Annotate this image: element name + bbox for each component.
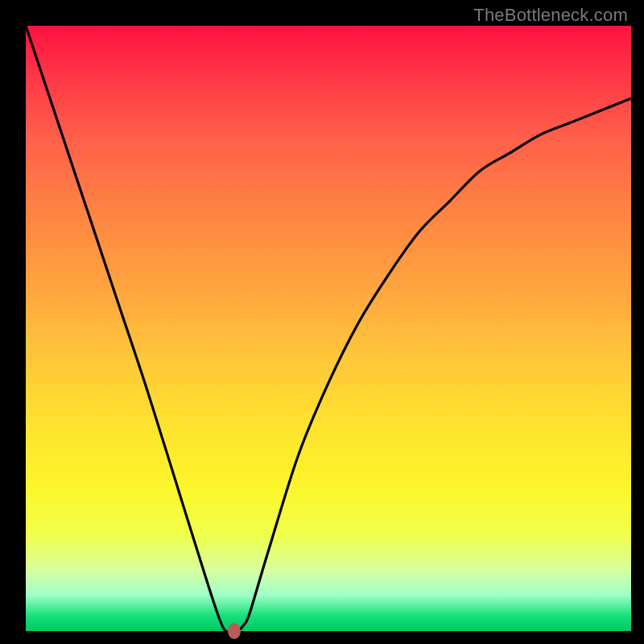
attribution-label: TheBottleneck.com — [473, 5, 628, 26]
chart-frame: TheBottleneck.com — [0, 0, 644, 644]
bottleneck-curve — [26, 26, 631, 632]
curve-layer — [26, 26, 631, 631]
plot-area — [26, 26, 631, 631]
optimum-marker — [228, 623, 241, 639]
